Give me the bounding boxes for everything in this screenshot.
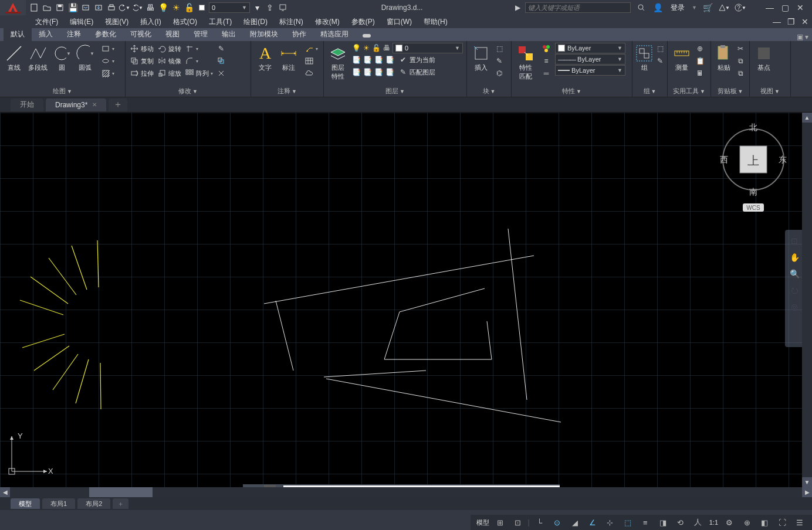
tool-stretch[interactable]: 拉伸 <box>128 67 155 79</box>
panel-title-block[interactable]: 块▼ <box>469 86 509 96</box>
tool-hatch[interactable]: ▾ <box>99 67 116 79</box>
web-save-icon[interactable] <box>93 2 104 13</box>
status-grid-icon[interactable]: ⊞ <box>493 516 508 529</box>
tool-trim[interactable]: ▾ <box>183 43 215 55</box>
maximize-button[interactable]: ▢ <box>778 2 792 13</box>
navigation-bar[interactable]: ⊡ ✋ 🔍 ⭮ ◎ <box>785 230 804 347</box>
nav-wheel-icon[interactable]: ◎ <box>788 300 801 313</box>
status-polar-icon[interactable]: ⊙ <box>550 516 565 529</box>
status-lwt-icon[interactable]: ≡ <box>638 516 653 529</box>
lineweight-combo[interactable]: ByLayer▼ <box>555 65 625 76</box>
autodesk-app-icon[interactable]: ▼ <box>718 2 730 13</box>
menu-insert[interactable]: 插入(I) <box>134 16 167 28</box>
child-restore-icon[interactable]: ❐ <box>784 16 798 28</box>
print-icon[interactable]: 🖶 <box>144 2 156 13</box>
tool-explode-icon[interactable] <box>215 67 228 79</box>
panel-title-layers[interactable]: 图层▼ <box>326 86 464 96</box>
web-open-icon[interactable] <box>80 2 92 13</box>
tool-array[interactable]: 阵列▾ <box>183 67 215 79</box>
sun-icon[interactable]: ☀ <box>170 2 182 13</box>
lock-icon[interactable]: 🔓 <box>183 2 195 13</box>
clip-more-icon[interactable]: ⧉ <box>734 67 747 79</box>
close-icon[interactable]: ✕ <box>92 101 97 108</box>
tab-add-layout[interactable]: ＋ <box>113 498 128 509</box>
search-icon[interactable] <box>635 2 647 13</box>
status-trans-icon[interactable]: ◨ <box>655 516 671 529</box>
menu-window[interactable]: 窗口(W) <box>381 16 418 28</box>
saveas-icon[interactable]: 💾 <box>67 2 79 13</box>
tab-default[interactable]: 默认 <box>4 28 32 41</box>
block-icon-1[interactable]: ⬚ <box>493 43 506 55</box>
tool-polyline[interactable]: 多段线 <box>26 43 50 73</box>
child-minimize-icon[interactable]: — <box>770 16 784 28</box>
vertical-scrollbar[interactable]: ▲▼ <box>802 113 812 487</box>
new-icon[interactable] <box>28 2 40 13</box>
prop-icon-2[interactable]: ≡ <box>540 55 553 67</box>
tab-layout1[interactable]: 布局1 <box>42 498 75 509</box>
tool-paste[interactable]: 粘贴 <box>713 43 734 73</box>
status-dyn-icon[interactable]: ⬚ <box>620 516 635 529</box>
redo-icon[interactable]: ▼ <box>131 2 143 13</box>
nav-zoom-icon[interactable]: 🔍 <box>788 267 801 280</box>
panel-title-clipboard[interactable]: 剪贴板▼ <box>713 86 747 96</box>
menu-view[interactable]: 视图(V) <box>99 16 134 28</box>
save-icon[interactable] <box>54 2 66 13</box>
user-icon[interactable]: 👤 <box>652 2 664 13</box>
tab-addons[interactable]: 附加模块 <box>243 28 285 41</box>
prop-icon-1[interactable] <box>540 43 553 55</box>
status-3d-icon[interactable]: 人 <box>691 516 706 529</box>
tool-dim[interactable]: 标注 <box>277 43 300 73</box>
tool-offset-icon[interactable] <box>215 55 228 67</box>
nav-orbit-icon[interactable]: ⭮ <box>788 284 801 297</box>
menu-file[interactable]: 文件(F) <box>29 16 64 28</box>
ribbon-collapse-icon[interactable]: ▣ ▾ <box>793 33 812 41</box>
status-menu-icon[interactable]: ☰ <box>792 516 807 529</box>
tab-featured[interactable]: 精选应用 <box>313 28 356 41</box>
tool-table-icon[interactable] <box>303 55 320 67</box>
tab-collab[interactable]: 协作 <box>285 28 313 41</box>
tab-extra[interactable] <box>356 29 378 41</box>
tool-leader-icon[interactable]: ▾ <box>303 43 320 55</box>
tool-setcurrent[interactable]: ✔置为当前 <box>397 54 437 66</box>
tab-insert[interactable]: 插入 <box>32 28 60 41</box>
tool-group[interactable]: 组 <box>635 43 654 73</box>
util-icon-2[interactable]: 📋 <box>693 55 706 67</box>
status-otrack-icon[interactable]: ⊹ <box>603 516 618 529</box>
tab-visualize[interactable]: 可视化 <box>123 28 158 41</box>
tool-rect[interactable]: ▾ <box>99 43 116 55</box>
panel-title-util[interactable]: 实用工具▼ <box>670 86 708 96</box>
menu-param[interactable]: 参数(P) <box>346 16 381 28</box>
plot-icon[interactable] <box>106 2 117 13</box>
menu-format[interactable]: 格式(O) <box>167 16 203 28</box>
tool-matchlayer[interactable]: ✎匹配图层 <box>397 66 437 78</box>
status-ortho-icon[interactable]: └ <box>532 516 547 529</box>
clip-cut-icon[interactable]: ✂ <box>734 43 747 55</box>
doc-tab-start[interactable]: 开始 <box>11 98 43 111</box>
doc-tab-drawing[interactable]: Drawing3*✕ <box>46 98 106 111</box>
viewcube[interactable]: 北 东 南 西 上 WCS <box>718 118 789 212</box>
util-icon-1[interactable]: ⊕ <box>693 43 706 55</box>
app-logo[interactable] <box>0 0 26 15</box>
tool-rotate[interactable]: 旋转 <box>155 43 183 55</box>
panel-title-draw[interactable]: 绘图▼ <box>2 86 123 96</box>
nav-full-icon[interactable]: ⊡ <box>788 235 801 247</box>
block-icon-2[interactable]: ✎ <box>493 55 506 67</box>
tool-fillet[interactable]: ▾ <box>183 55 215 67</box>
tool-erase-icon[interactable]: ✎ <box>215 43 228 55</box>
drawing-canvas[interactable]: 北 东 南 西 上 WCS ⊡ ✋ 🔍 ⭮ ◎ Y X ⋮⋮ ✕ 🔧 ▸_ ▼ <box>0 113 812 497</box>
status-clean-icon[interactable]: ⛶ <box>774 516 790 529</box>
status-gear-icon[interactable]: ⚙ <box>722 516 737 529</box>
tab-model[interactable]: 模型 <box>11 498 40 509</box>
layer-color-icon[interactable] <box>196 2 208 13</box>
tool-circle[interactable]: ▼圆 <box>50 43 73 73</box>
util-icon-3[interactable]: 🖩 <box>693 67 706 79</box>
panel-title-annotate[interactable]: 注释▼ <box>253 86 321 96</box>
status-model[interactable]: 模型 <box>475 518 490 527</box>
tab-output[interactable]: 输出 <box>215 28 243 41</box>
dropdown-more-icon[interactable]: ▾ <box>251 2 263 13</box>
undo-icon[interactable]: ▼ <box>119 2 130 13</box>
menu-tools[interactable]: 工具(T) <box>203 16 238 28</box>
status-iso-icon[interactable]: ◢ <box>567 516 583 529</box>
status-iso2-icon[interactable]: ◧ <box>757 516 772 529</box>
search-input[interactable]: 键入关键字或短语 <box>525 2 631 13</box>
